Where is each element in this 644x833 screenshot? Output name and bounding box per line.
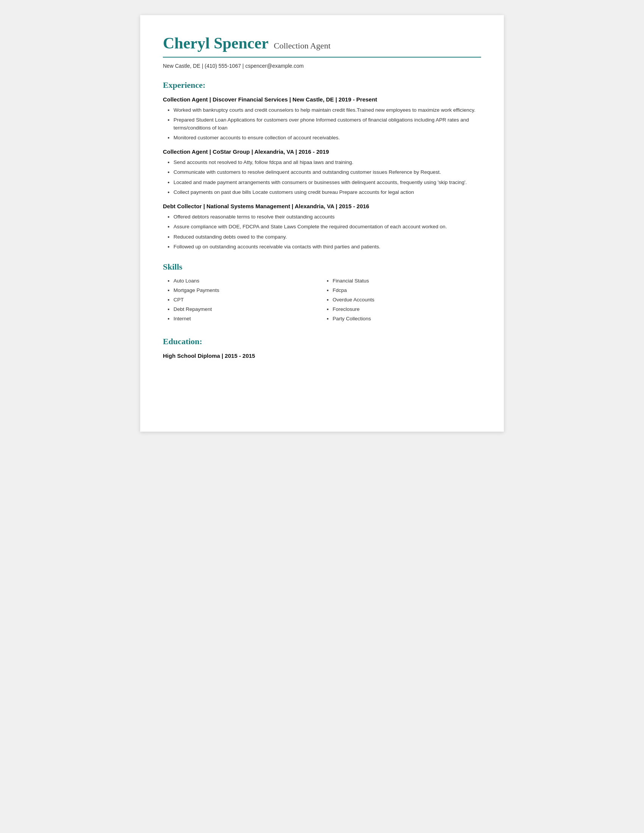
job-title-2: Collection Agent | CoStar Group | Alexan… bbox=[163, 148, 481, 155]
skill-item: Auto Loans bbox=[174, 278, 322, 284]
job-2-bullets: Send accounts not resolved to Atty, foll… bbox=[163, 159, 481, 196]
bullet-item: Prepared Student Loan Applications for c… bbox=[174, 116, 481, 132]
skill-item: Overdue Accounts bbox=[333, 297, 481, 302]
skills-title: Skills bbox=[163, 262, 481, 272]
bullet-item: Worked with bankruptcy courts and credit… bbox=[174, 106, 481, 114]
experience-title: Experience: bbox=[163, 80, 481, 90]
resume-container: Cheryl Spencer Collection Agent New Cast… bbox=[140, 15, 504, 432]
skill-item: Financial Status bbox=[333, 278, 481, 284]
header-section: Cheryl Spencer Collection Agent New Cast… bbox=[163, 34, 481, 69]
skill-item: Mortgage Payments bbox=[174, 287, 322, 293]
job-title-1: Collection Agent | Discover Financial Se… bbox=[163, 96, 481, 103]
skill-item: Debt Repayment bbox=[174, 306, 322, 312]
bullet-item: Followed up on outstanding accounts rece… bbox=[174, 243, 481, 251]
skill-item: Foreclosure bbox=[333, 306, 481, 312]
job-3-bullets: Offered debtors reasonable terms to reso… bbox=[163, 213, 481, 251]
bullet-item: Communicate with customers to resolve de… bbox=[174, 169, 481, 176]
skill-item: Internet bbox=[174, 316, 322, 322]
skills-right: Financial Status Fdcpa Overdue Accounts … bbox=[322, 278, 481, 325]
education-degree: High School Diploma | 2015 - 2015 bbox=[163, 352, 481, 359]
bullet-item: Collect payments on past due bills Locat… bbox=[174, 188, 481, 196]
header-divider bbox=[163, 57, 481, 58]
bullet-item: Offered debtors reasonable terms to reso… bbox=[174, 213, 481, 221]
education-title: Education: bbox=[163, 337, 481, 346]
bullet-item: Reduced outstanding debts owed to the co… bbox=[174, 233, 481, 241]
skill-item: CPT bbox=[174, 297, 322, 302]
candidate-title: Collection Agent bbox=[274, 41, 331, 51]
skills-section: Skills Auto Loans Mortgage Payments CPT … bbox=[163, 262, 481, 325]
bullet-item: Send accounts not resolved to Atty, foll… bbox=[174, 159, 481, 166]
skills-left: Auto Loans Mortgage Payments CPT Debt Re… bbox=[163, 278, 322, 325]
skills-grid: Auto Loans Mortgage Payments CPT Debt Re… bbox=[163, 278, 481, 325]
experience-section: Experience: Collection Agent | Discover … bbox=[163, 80, 481, 251]
job-1-bullets: Worked with bankruptcy courts and credit… bbox=[163, 106, 481, 142]
bullet-item: Monitored customer accounts to ensure co… bbox=[174, 134, 481, 142]
skill-item: Fdcpa bbox=[333, 287, 481, 293]
candidate-name: Cheryl Spencer bbox=[163, 34, 269, 52]
skill-item: Party Collections bbox=[333, 316, 481, 322]
bullet-item: Located and made payment arrangements wi… bbox=[174, 179, 481, 186]
name-title-row: Cheryl Spencer Collection Agent bbox=[163, 34, 481, 52]
education-section: Education: High School Diploma | 2015 - … bbox=[163, 337, 481, 359]
contact-info: New Castle, DE | (410) 555-1067 | cspenc… bbox=[163, 63, 481, 69]
bullet-item: Assure compliance with DOE, FDCPA and St… bbox=[174, 223, 481, 231]
job-title-3: Debt Collector | National Systems Manage… bbox=[163, 203, 481, 209]
